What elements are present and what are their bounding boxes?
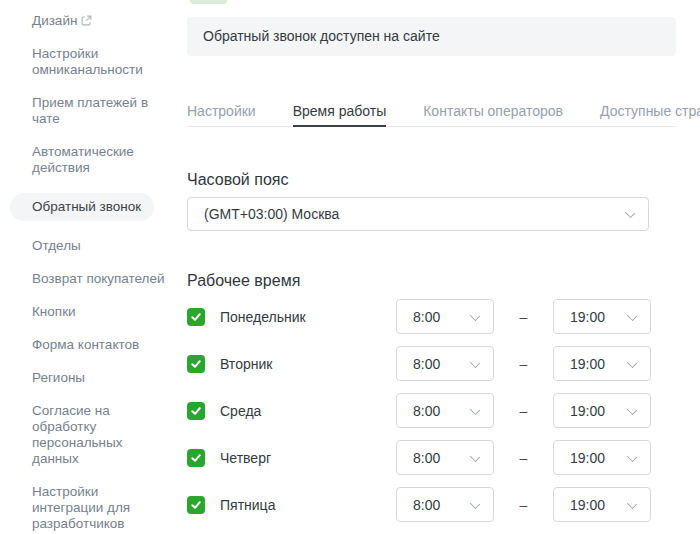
chevron-down-icon [471, 358, 479, 366]
day-checkbox-checked[interactable] [187, 449, 205, 467]
time-to-select[interactable]: 19:00 [553, 346, 651, 381]
day-checkbox-checked[interactable] [187, 402, 205, 420]
time-from-value: 8:00 [413, 497, 440, 513]
time-from-value: 8:00 [413, 356, 440, 372]
tab-available-countries[interactable]: Доступные страны [600, 103, 700, 126]
tab-operator-contacts[interactable]: Контакты операторов [423, 103, 563, 126]
sidebar-item-departments[interactable]: Отделы [32, 238, 170, 254]
day-label: Пятница [220, 497, 396, 513]
time-range-dash: – [494, 497, 553, 513]
chevron-down-icon [626, 208, 634, 216]
callback-status-banner: Обратный звонок доступен на сайте [187, 17, 676, 56]
external-link-icon [81, 15, 92, 26]
working-hours-row-friday: Пятница 8:00 – 19:00 [187, 487, 676, 522]
callback-tabs: Настройки Время работы Контакты оператор… [187, 103, 676, 127]
chevron-down-icon [628, 358, 636, 366]
time-to-value: 19:00 [570, 403, 605, 419]
day-label: Понедельник [220, 309, 396, 325]
day-label: Четверг [220, 450, 396, 466]
sidebar-item-callback[interactable]: Обратный звонок [10, 193, 154, 221]
chevron-down-icon [628, 405, 636, 413]
working-hours-row-thursday: Четверг 8:00 – 19:00 [187, 440, 676, 475]
sidebar-item-regions[interactable]: Регионы [32, 370, 170, 386]
time-range-dash: – [494, 403, 553, 419]
sidebar-item-automatic-actions[interactable]: Автоматические действия [32, 144, 170, 176]
sidebar-item-omnichannel[interactable]: Настройки омниканальности [32, 46, 170, 78]
day-checkbox-checked[interactable] [187, 496, 205, 514]
time-to-select[interactable]: 19:00 [553, 440, 651, 475]
time-from-select[interactable]: 8:00 [396, 440, 494, 475]
time-range-dash: – [494, 309, 553, 325]
timezone-selected-value: (GMT+03:00) Москва [204, 206, 339, 222]
tab-settings[interactable]: Настройки [187, 103, 256, 126]
day-label: Вторник [220, 356, 396, 372]
timezone-heading: Часовой пояс [187, 171, 676, 189]
day-checkbox-checked[interactable] [187, 308, 205, 326]
working-hours-heading: Рабочее время [187, 272, 676, 290]
working-hours-row-monday: Понедельник 8:00 – 19:00 [187, 299, 676, 334]
time-to-value: 19:00 [570, 356, 605, 372]
time-from-select[interactable]: 8:00 [396, 393, 494, 428]
time-to-value: 19:00 [570, 497, 605, 513]
sidebar-item-personal-data-consent[interactable]: Согласие на обработку персональных данны… [32, 403, 170, 467]
time-to-value: 19:00 [570, 450, 605, 466]
sidebar-item-contact-form[interactable]: Форма контактов [32, 337, 170, 353]
day-label: Среда [220, 403, 396, 419]
chevron-down-icon [471, 311, 479, 319]
time-from-select[interactable]: 8:00 [396, 487, 494, 522]
chevron-down-icon [471, 452, 479, 460]
time-to-select[interactable]: 19:00 [553, 393, 651, 428]
time-range-dash: – [494, 356, 553, 372]
settings-sidebar: Дизайн Настройки омниканальности Прием п… [0, 0, 182, 534]
sidebar-item-label: Дизайн [32, 13, 77, 28]
chevron-down-icon [628, 452, 636, 460]
sidebar-item-buttons[interactable]: Кнопки [32, 304, 170, 320]
callback-settings-panel: Обратный звонок доступен на сайте Настро… [187, 0, 676, 534]
time-range-dash: – [494, 450, 553, 466]
time-from-value: 8:00 [413, 309, 440, 325]
working-hours-row-wednesday: Среда 8:00 – 19:00 [187, 393, 676, 428]
time-to-value: 19:00 [570, 309, 605, 325]
time-from-value: 8:00 [413, 450, 440, 466]
time-from-value: 8:00 [413, 403, 440, 419]
chevron-down-icon [471, 499, 479, 507]
sidebar-item-chat-payments[interactable]: Прием платежей в чате [32, 95, 170, 127]
sidebar-item-design[interactable]: Дизайн [32, 13, 170, 29]
timezone-select[interactable]: (GMT+03:00) Москва [187, 197, 649, 231]
time-to-select[interactable]: 19:00 [553, 299, 651, 334]
working-hours-row-tuesday: Вторник 8:00 – 19:00 [187, 346, 676, 381]
tab-working-time[interactable]: Время работы [293, 103, 387, 126]
time-from-select[interactable]: 8:00 [396, 299, 494, 334]
time-to-select[interactable]: 19:00 [553, 487, 651, 522]
sidebar-item-developer-integration[interactable]: Настройки интеграции для разработчиков [32, 484, 170, 532]
callback-toggle-partial[interactable] [190, 0, 227, 4]
day-checkbox-checked[interactable] [187, 355, 205, 373]
chevron-down-icon [628, 311, 636, 319]
sidebar-item-refunds[interactable]: Возврат покупателей [32, 271, 170, 287]
chevron-down-icon [471, 405, 479, 413]
chevron-down-icon [628, 499, 636, 507]
time-from-select[interactable]: 8:00 [396, 346, 494, 381]
